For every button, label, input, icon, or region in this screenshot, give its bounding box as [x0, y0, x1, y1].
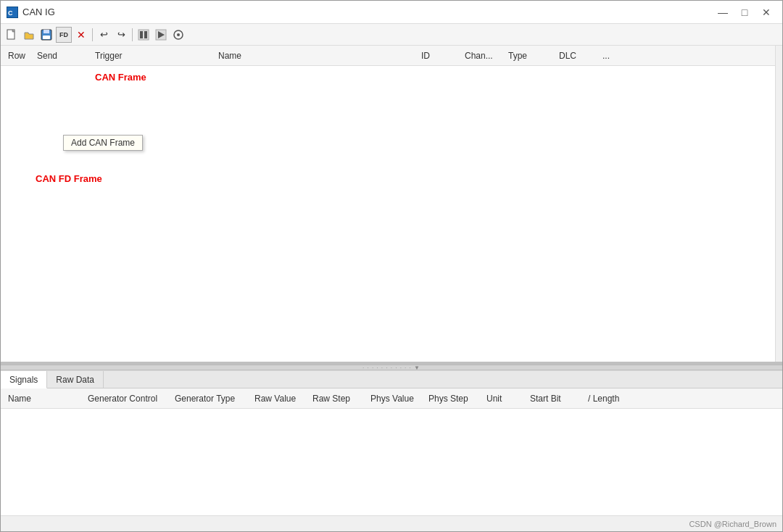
- panel-resizer[interactable]: · · · · · · · · · · · ▼: [1, 365, 782, 370]
- window-title: CAN IG: [22, 7, 55, 17]
- svg-rect-4: [44, 30, 49, 33]
- svg-rect-8: [144, 31, 147, 38]
- col-header-trigger: Trigger: [91, 48, 214, 64]
- col-header-id: ID: [417, 48, 460, 64]
- status-text: CSDN @Richard_Brown: [689, 520, 776, 528]
- tab-raw-data[interactable]: Raw Data: [47, 371, 104, 388]
- signals-table-header: Name Generator Control Generator Type Ra…: [1, 388, 782, 409]
- signals-col-generator-type: Generator Type: [170, 391, 250, 407]
- signals-col-phys-step: Phys Step: [424, 391, 482, 407]
- stop-button[interactable]: [153, 27, 169, 43]
- window-controls: — □ ✕: [713, 4, 776, 20]
- status-bar: CSDN @Richard_Brown: [1, 515, 782, 531]
- can-frame-annotation: CAN Frame: [95, 72, 146, 83]
- main-window: C CAN IG — □ ✕: [0, 0, 783, 532]
- undo-button[interactable]: ↩: [96, 27, 112, 43]
- main-content: Row Send Trigger Name ID Chan... Type DL…: [1, 46, 782, 531]
- col-header-row: Row: [4, 48, 33, 64]
- toolbar-separator-2: [132, 28, 133, 41]
- signals-col-start-bit: Start Bit: [526, 391, 584, 407]
- new-file-button[interactable]: [4, 27, 20, 43]
- signals-table-body: [1, 409, 782, 515]
- minimize-button[interactable]: —: [713, 4, 733, 20]
- col-header-name: Name: [214, 48, 417, 64]
- signals-col-raw-value: Raw Value: [250, 391, 308, 407]
- signals-col-raw-step: Raw Step: [308, 391, 366, 407]
- signals-col-name: Name: [4, 391, 83, 407]
- tab-signals[interactable]: Signals: [1, 371, 47, 388]
- svg-text:C: C: [8, 9, 13, 17]
- col-header-more: ...: [598, 48, 620, 64]
- col-header-channel: Chan...: [460, 48, 504, 64]
- top-panel: Row Send Trigger Name ID Chan... Type DL…: [1, 46, 782, 365]
- svg-point-12: [177, 33, 180, 36]
- app-icon: C: [7, 7, 18, 18]
- col-header-dlc: DLC: [555, 48, 598, 64]
- title-left: C CAN IG: [7, 7, 55, 18]
- signals-col-unit: Unit: [482, 391, 526, 407]
- delete-button[interactable]: ✕: [73, 27, 89, 43]
- signals-col-phys-value: Phys Value: [366, 391, 424, 407]
- can-fd-frame-annotation: CAN FD Frame: [36, 173, 102, 184]
- signals-col-generator-control: Generator Control: [83, 391, 170, 407]
- col-header-type: Type: [504, 48, 555, 64]
- title-bar: C CAN IG — □ ✕: [1, 1, 782, 24]
- signals-col-length: / Length: [584, 391, 642, 407]
- bottom-panel: Signals Raw Data Name Generator Control …: [1, 370, 782, 515]
- col-header-send: Send: [33, 48, 91, 64]
- add-can-frame-tooltip[interactable]: Add CAN Frame: [63, 135, 143, 151]
- redo-button[interactable]: ↪: [113, 27, 129, 43]
- fd-button[interactable]: FD: [56, 27, 72, 43]
- start-button[interactable]: [136, 27, 152, 43]
- save-button[interactable]: [38, 27, 54, 43]
- tabs-bar: Signals Raw Data: [1, 371, 782, 388]
- maximize-button[interactable]: □: [734, 4, 755, 20]
- close-button[interactable]: ✕: [756, 4, 776, 20]
- options-button[interactable]: [170, 27, 186, 43]
- frame-table-header: Row Send Trigger Name ID Chan... Type DL…: [1, 46, 782, 66]
- toolbar: FD ✕ ↩ ↪: [1, 24, 782, 46]
- toolbar-separator-1: [92, 28, 93, 41]
- svg-rect-5: [43, 36, 50, 39]
- vertical-scrollbar[interactable]: [775, 46, 782, 362]
- signals-table: Name Generator Control Generator Type Ra…: [1, 388, 782, 515]
- svg-rect-7: [140, 31, 143, 38]
- open-file-button[interactable]: [21, 27, 37, 43]
